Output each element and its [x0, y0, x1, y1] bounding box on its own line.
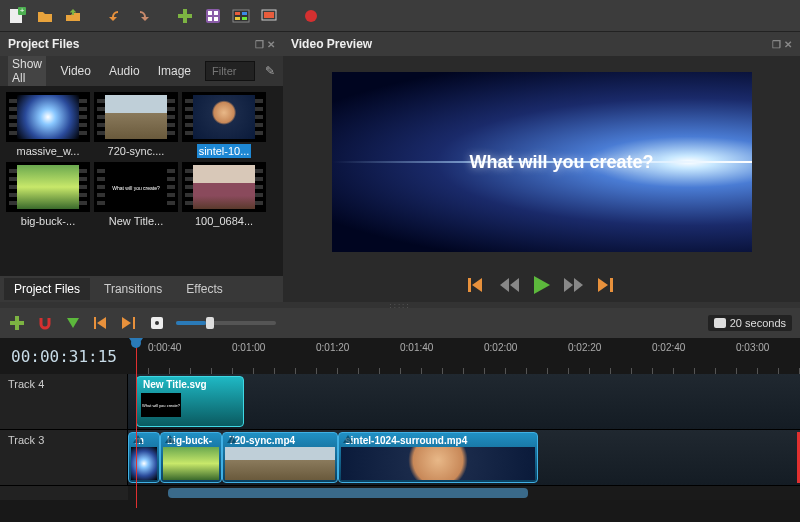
track-header[interactable]: Track 4	[0, 374, 128, 429]
undock-icon[interactable]: ❐	[772, 39, 782, 49]
jump-end-button[interactable]	[598, 278, 616, 292]
project-item-label: massive_w...	[15, 144, 82, 158]
project-item[interactable]: 720-sync....	[94, 92, 178, 158]
tab-transitions[interactable]: Transitions	[94, 278, 172, 300]
undo-button[interactable]	[104, 5, 126, 27]
prev-marker-button[interactable]	[92, 314, 110, 332]
play-button[interactable]	[534, 276, 550, 294]
ruler-tick: 0:02:00	[484, 342, 517, 353]
ruler-tick: 0:01:20	[316, 342, 349, 353]
panel-title-label: Video Preview	[291, 37, 372, 51]
ruler-tick: 0:03:00	[736, 342, 769, 353]
view-button[interactable]	[230, 5, 252, 27]
project-item[interactable]: What will you create?New Title...	[94, 162, 178, 228]
zoom-slider[interactable]	[176, 321, 276, 325]
filter-image[interactable]: Image	[154, 62, 195, 80]
project-item-label: 720-sync....	[106, 144, 167, 158]
project-item-label: 100_0684...	[193, 214, 255, 228]
snap-button[interactable]	[36, 314, 54, 332]
track-header[interactable]: Track 3	[0, 430, 128, 485]
project-item[interactable]: sintel-10...	[182, 92, 266, 158]
svg-text:+: +	[20, 7, 25, 15]
thumbnail-grid: massive_w...720-sync....sintel-10...big-…	[0, 86, 283, 276]
svg-rect-7	[214, 11, 218, 15]
svg-rect-11	[235, 12, 240, 15]
project-item[interactable]: big-buck-...	[6, 162, 90, 228]
main-toolbar: +	[0, 0, 800, 32]
project-item[interactable]: 100_0684...	[182, 162, 266, 228]
filter-input[interactable]	[205, 61, 255, 81]
export-button[interactable]	[62, 5, 84, 27]
preview-text: What will you create?	[469, 152, 653, 173]
preview-area: What will you create?	[283, 56, 800, 268]
tracks-area: Track 4New Title.svgWhat will you create…	[0, 374, 800, 522]
close-icon[interactable]: ✕	[784, 39, 794, 49]
timecode-display[interactable]: 00:00:31:15	[0, 338, 128, 374]
clip[interactable]: New Title.svgWhat will you create?	[136, 376, 244, 427]
record-button[interactable]	[300, 5, 322, 27]
add-track-button[interactable]	[8, 314, 26, 332]
rewind-button[interactable]	[500, 278, 520, 292]
svg-rect-21	[10, 321, 24, 325]
clip-label: sintel-1024-surround.mp4	[345, 435, 467, 446]
svg-rect-12	[242, 12, 247, 15]
forward-button[interactable]	[564, 278, 584, 292]
filter-video[interactable]: Video	[56, 62, 94, 80]
panels-row: Project Files ❐✕ Show All Video Audio Im…	[0, 32, 800, 302]
project-files-title: Project Files ❐✕	[0, 32, 283, 56]
project-files-panel: Project Files ❐✕ Show All Video Audio Im…	[0, 32, 283, 302]
add-button[interactable]	[174, 5, 196, 27]
svg-rect-16	[264, 12, 274, 18]
preview-frame[interactable]: What will you create?	[332, 72, 752, 252]
project-item-label: New Title...	[107, 214, 165, 228]
bottom-tabs: Project Files Transitions Effects	[0, 276, 283, 302]
track: Track 3mbig-buck-720-sync.mp4sintel-1024…	[0, 430, 800, 486]
undock-icon[interactable]: ❐	[255, 39, 265, 49]
track-body[interactable]: New Title.svgWhat will you create?	[128, 374, 800, 429]
clip[interactable]: sintel-1024-surround.mp4	[338, 432, 538, 483]
ruler-tick: 0:01:00	[232, 342, 265, 353]
project-item[interactable]: massive_w...	[6, 92, 90, 158]
clip[interactable]: 720-sync.mp4	[222, 432, 338, 483]
redo-button[interactable]	[132, 5, 154, 27]
svg-rect-10	[233, 10, 249, 22]
clip[interactable]: big-buck-	[160, 432, 222, 483]
close-icon[interactable]: ✕	[267, 39, 277, 49]
filter-audio[interactable]: Audio	[105, 62, 144, 80]
video-preview-panel: Video Preview ❐✕ What will you create?	[283, 32, 800, 302]
preferences-button[interactable]	[202, 5, 224, 27]
svg-rect-4	[178, 14, 192, 18]
svg-rect-18	[468, 278, 471, 292]
ruler-tick: 0:02:40	[652, 342, 685, 353]
center-playhead-button[interactable]	[148, 314, 166, 332]
track-body[interactable]: mbig-buck-720-sync.mp4sintel-1024-surrou…	[128, 430, 800, 485]
svg-rect-9	[214, 17, 218, 21]
filter-show-all[interactable]: Show All	[8, 55, 46, 87]
clip[interactable]: m	[128, 432, 160, 483]
video-preview-title: Video Preview ❐✕	[283, 32, 800, 56]
timeline-hscroll[interactable]	[0, 486, 800, 500]
tab-effects[interactable]: Effects	[176, 278, 232, 300]
tab-project-files[interactable]: Project Files	[4, 278, 90, 300]
project-item-label: sintel-10...	[197, 144, 252, 158]
timeline-ruler[interactable]: 0:00:400:01:000:01:200:01:400:02:000:02:…	[128, 338, 800, 374]
svg-rect-6	[208, 11, 212, 15]
track: Track 4New Title.svgWhat will you create…	[0, 374, 800, 430]
next-marker-button[interactable]	[120, 314, 138, 332]
jump-start-button[interactable]	[468, 278, 486, 292]
svg-rect-8	[208, 17, 212, 21]
marker-dropdown[interactable]	[64, 314, 82, 332]
open-project-button[interactable]	[34, 5, 56, 27]
svg-rect-14	[242, 17, 247, 20]
fullscreen-button[interactable]	[258, 5, 280, 27]
playhead[interactable]	[136, 338, 137, 374]
svg-rect-19	[610, 278, 613, 292]
clip-label: New Title.svg	[143, 379, 207, 390]
new-project-button[interactable]: +	[6, 5, 28, 27]
project-item-label: big-buck-...	[19, 214, 77, 228]
svg-point-25	[155, 321, 159, 325]
playhead-line[interactable]	[136, 374, 137, 508]
ruler-tick: 0:01:40	[400, 342, 433, 353]
clear-filter-icon[interactable]: ✎	[265, 64, 275, 78]
duration-display[interactable]: 20 seconds	[708, 315, 792, 331]
